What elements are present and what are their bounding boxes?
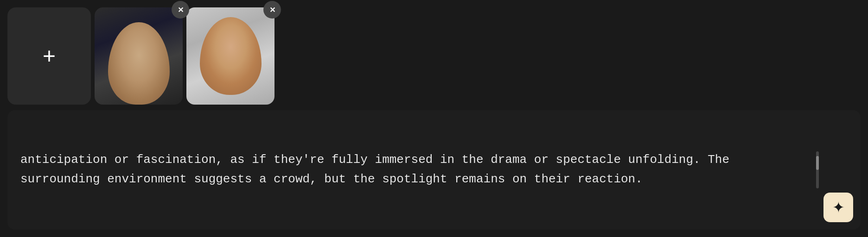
close-icon-2: ✕: [269, 6, 275, 14]
person-image-2: [186, 7, 274, 105]
person-image-1: [95, 7, 183, 105]
description-text: anticipation or fascination, as if they'…: [20, 150, 848, 189]
person-card-2: ✕: [186, 7, 274, 105]
plus-icon: +: [43, 45, 56, 67]
scrollbar[interactable]: [816, 151, 819, 188]
sparkle-button[interactable]: ✦: [823, 193, 853, 222]
close-person-1-button[interactable]: ✕: [172, 1, 189, 19]
add-person-button[interactable]: +: [7, 7, 91, 105]
top-row: + ✕ ✕: [7, 7, 861, 105]
scrollbar-thumb: [816, 156, 819, 170]
person-card-1: ✕: [95, 7, 183, 105]
close-person-2-button[interactable]: ✕: [263, 1, 281, 19]
sparkle-icon: ✦: [832, 199, 845, 216]
close-icon-1: ✕: [178, 6, 184, 14]
bottom-section: anticipation or fascination, as if they'…: [7, 110, 861, 230]
